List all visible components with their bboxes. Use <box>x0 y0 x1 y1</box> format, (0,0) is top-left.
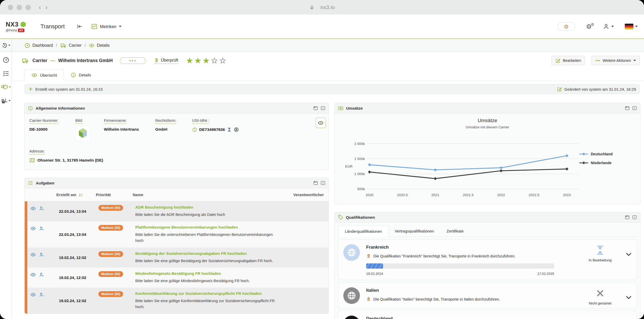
table-row[interactable]: 22.03.24, 13:04 Medium (50) Plattformbez… <box>27 221 328 247</box>
user-menu[interactable] <box>603 23 614 30</box>
task-name-link[interactable]: Plattformbezogene Benutzervereinbarungen… <box>135 225 279 229</box>
forward-icon[interactable]: › <box>45 4 48 11</box>
task-description: Bitte laden Sie die ADR Bescheinigung al… <box>135 212 279 218</box>
tab-vertragsqualifikationen[interactable]: Vertragsqualifikationen <box>388 226 440 237</box>
collapse-panel-icon[interactable] <box>632 106 637 111</box>
view-task-icon[interactable] <box>30 252 36 257</box>
tab-zertifikate[interactable]: Zertifikate <box>440 226 470 237</box>
task-name-link[interactable]: Bestätigung der Sozialversicherungsabgab… <box>135 251 279 256</box>
popout-icon[interactable] <box>313 181 318 185</box>
metrics-label: Metriken <box>100 24 116 29</box>
sidebar-item-tasks[interactable] <box>3 70 9 77</box>
star-empty-icon[interactable]: ☆ <box>211 56 219 65</box>
tab-uebersicht[interactable]: Übersicht <box>24 69 64 81</box>
panel-title: Qualifikationen <box>346 215 622 220</box>
assign-user-icon[interactable] <box>39 252 44 257</box>
collapse-sidebar-button[interactable] <box>77 24 82 29</box>
dashboard-icon <box>24 43 30 48</box>
maximize-window-icon[interactable] <box>25 5 31 10</box>
validity-progress: 19.02.2024 17.02.2025 <box>366 263 554 276</box>
more-actions-button[interactable]: ••• Weitere Aktionen <box>592 56 640 65</box>
status-badge: Nicht gestartet <box>581 287 620 305</box>
tasks-panel: Aufgaben Erstellt am <box>24 178 329 314</box>
table-row[interactable]: 22.03.24, 13:04 Medium (50) ADR Beschein… <box>27 201 328 221</box>
tab-details[interactable]: Details <box>64 69 98 81</box>
qualification-card[interactable]: Italien Die Qualifikation "Italien" bere… <box>338 282 637 308</box>
collapse-panel-icon[interactable] <box>320 181 325 185</box>
star-filled-icon[interactable]: ★ <box>194 56 203 65</box>
star-filled-icon[interactable]: ★ <box>186 56 194 65</box>
x-icon <box>596 289 604 297</box>
language-menu[interactable] <box>625 24 638 29</box>
sidebar-item-logistics[interactable] <box>1 97 11 104</box>
nx3-logo[interactable]: NX3 @FirmaXY <box>6 21 26 32</box>
popout-icon[interactable] <box>313 106 318 111</box>
expand-chevron-icon[interactable] <box>625 294 632 301</box>
chevron-down-icon <box>633 60 636 61</box>
close-window-icon[interactable] <box>8 5 13 10</box>
field-address: Adresse: Ohsener Str. 1, 31785 Hameln (D… <box>29 149 323 163</box>
carrier-name: Wilhelm Intertrans GmbH <box>58 58 113 63</box>
icon-sidebar <box>0 39 12 319</box>
popout-icon[interactable] <box>625 215 630 220</box>
audit-bar: Erstellt von system am 31.01.24, 16:15 G… <box>24 84 640 94</box>
qualification-card[interactable]: Deutschland <box>338 311 637 319</box>
popout-icon[interactable] <box>625 106 630 111</box>
qualification-description: Die Qualifikation "Italien" berechtigt S… <box>366 296 600 302</box>
system-settings-button[interactable]: ⚙⚙ <box>586 23 592 30</box>
window-controls[interactable] <box>8 5 31 10</box>
valid-from-date: 19.02.2024 <box>366 272 383 276</box>
breadcrumb-item-details[interactable]: Details <box>89 43 110 48</box>
assign-user-icon[interactable] <box>39 206 44 211</box>
svg-text:2021.5: 2021.5 <box>463 193 473 197</box>
assign-user-icon[interactable] <box>39 226 44 231</box>
task-name-link[interactable]: Konformitätserklärung zur Sozialversiche… <box>135 291 279 296</box>
expand-chevron-icon[interactable] <box>625 251 632 258</box>
star-rating[interactable]: ★★★☆☆ <box>186 57 227 65</box>
address-bar[interactable]: nx3.io <box>309 4 335 10</box>
view-task-icon[interactable] <box>30 292 36 297</box>
task-name-link[interactable]: Mindestlohngesetz-Bestätigung FR hochlad… <box>135 271 279 276</box>
tab-laenderqualifikationen[interactable]: Länderqualifikationen <box>338 226 388 237</box>
visibility-toggle[interactable] <box>316 118 326 128</box>
sidebar-item-dashboard[interactable] <box>3 57 9 63</box>
collapse-panel-icon[interactable] <box>632 215 637 220</box>
sidebar-item-history[interactable] <box>2 42 10 49</box>
carrier-header: Carrier — Wilhelm Intertrans GmbH +++ Üb… <box>12 52 644 69</box>
revenue-chart: Umsätze Umsätze mit diesem Carrier 2 000… <box>335 114 640 204</box>
assign-user-icon[interactable] <box>39 272 44 277</box>
task-name-link[interactable]: ADR Bescheinigung hochladen <box>135 205 279 209</box>
chevron-down-icon <box>611 26 614 27</box>
verified-badge[interactable]: Überprüft <box>154 57 178 64</box>
view-task-icon[interactable] <box>30 226 36 231</box>
back-icon[interactable]: ‹ <box>39 4 41 11</box>
sidebar-item-partners[interactable] <box>1 84 11 90</box>
field-vat-id: USt-IdNr.: DE734997836 <box>192 118 323 141</box>
edit-button[interactable]: Bearbeiten <box>552 56 585 65</box>
sort-icon[interactable] <box>78 192 83 197</box>
settings-toggle[interactable]: ⚙ <box>558 22 575 31</box>
collapse-panel-icon[interactable] <box>320 106 325 111</box>
svg-text:2022.5: 2022.5 <box>529 193 539 197</box>
minimize-window-icon[interactable] <box>17 5 22 10</box>
metrics-dropdown[interactable]: Metriken <box>91 23 122 30</box>
rating-pill[interactable]: +++ <box>120 57 146 64</box>
cube-logo-icon <box>77 128 88 139</box>
ellipsis-icon: ••• <box>595 58 600 63</box>
assign-user-icon[interactable] <box>39 292 44 297</box>
svg-text:2020.5: 2020.5 <box>397 193 408 197</box>
view-task-icon[interactable] <box>30 206 36 211</box>
breadcrumb-item-dashboard[interactable]: Dashboard <box>24 43 53 48</box>
qualification-card[interactable]: Frankreich Die Qualifikation "Frankreich… <box>338 239 637 280</box>
modified-info: Geändert von system am 31.01.24, 16:29 <box>557 87 636 92</box>
table-row[interactable]: 19.02.24, 12:02 Medium (50) Mindestlohng… <box>27 268 328 288</box>
table-row[interactable]: 19.02.24, 12:02 Medium (50) Bestätigung … <box>27 248 328 268</box>
view-task-icon[interactable] <box>30 272 36 277</box>
chevron-down-icon <box>119 26 122 27</box>
star-empty-icon[interactable]: ☆ <box>219 56 227 65</box>
table-row[interactable]: 19.02.24, 12:02 Medium (50) Konformitäts… <box>27 288 328 314</box>
star-filled-icon[interactable]: ★ <box>203 56 211 65</box>
general-info-panel: Allgemeine Informationen <box>24 103 329 170</box>
breadcrumb-item-carrier[interactable]: Carrier <box>60 43 82 48</box>
company-logo-image <box>75 126 90 141</box>
